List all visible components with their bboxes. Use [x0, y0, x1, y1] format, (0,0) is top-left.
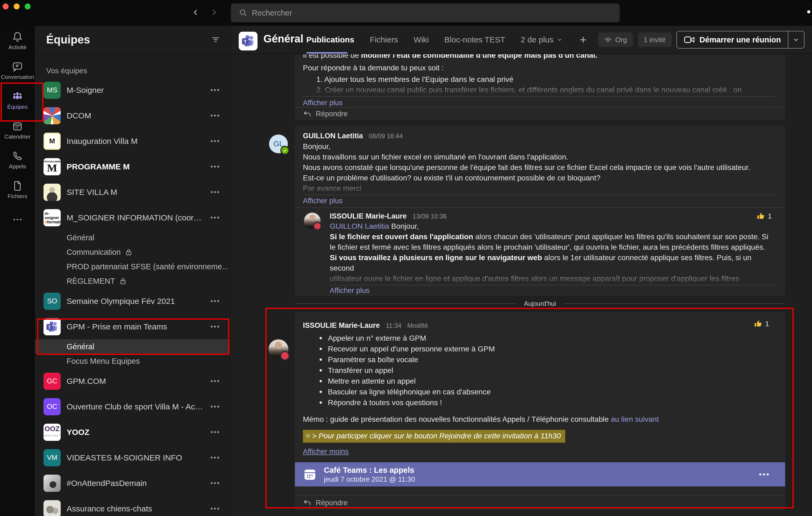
org-visibility-badge[interactable]: Org [598, 32, 633, 47]
team-more-icon[interactable]: ••• [210, 454, 220, 462]
start-meeting-button[interactable]: Démarrer une réunion [676, 31, 805, 49]
rail-item-conversation[interactable]: Conversation [0, 56, 35, 85]
team-more-icon[interactable]: ••• [210, 297, 220, 305]
sidebar-channel-r-glement[interactable]: RÈGLEMENT [35, 274, 230, 288]
tab-more[interactable]: 2 de plus [521, 35, 562, 44]
sidebar-channel-communication[interactable]: Communication [35, 245, 230, 259]
guest-count-badge[interactable]: 1 invité [638, 32, 672, 47]
thumbs-up-reaction[interactable]: 1 [756, 211, 772, 221]
status-busy-icon [313, 222, 322, 230]
edited-label: Modifié [407, 322, 428, 329]
rail-item-fichiers[interactable]: Fichiers [0, 175, 35, 205]
message-author[interactable]: ISSOULIE Marie-Laure [303, 321, 380, 330]
meeting-options-chevron[interactable] [788, 36, 804, 43]
show-more-link[interactable]: Afficher plus [303, 99, 775, 107]
message-text: Est-ce un problème d'utilisation? ou exi… [303, 173, 775, 183]
rail-item-more[interactable] [0, 205, 35, 234]
mention-link[interactable]: GUILLON Laetitia [330, 222, 389, 230]
back-icon[interactable] [191, 7, 201, 18]
sidebar-channel-g-n-ral[interactable]: Général [35, 230, 230, 245]
status-available-icon [280, 146, 289, 155]
message-author[interactable]: GUILLON Laetitia [303, 132, 363, 140]
sidebar-team-videastes-m-soigner-info[interactable]: VMVIDEASTES M-SOIGNER INFO••• [35, 445, 230, 470]
reply-button[interactable]: Répondre [295, 107, 785, 120]
team-more-icon[interactable]: ••• [210, 428, 220, 436]
team-more-icon[interactable]: ••• [210, 479, 220, 487]
team-more-icon[interactable]: ••• [210, 505, 220, 513]
teams-people-icon [12, 91, 23, 102]
rail-item--quipes[interactable]: Équipes [0, 85, 35, 115]
tab-fichiers[interactable]: Fichiers [370, 35, 398, 44]
macos-traffic-lights[interactable] [3, 3, 31, 9]
avatar[interactable] [304, 212, 321, 229]
team-avatar: GC [44, 373, 61, 390]
search-placeholder: Rechercher [252, 8, 292, 18]
avatar[interactable]: GL [269, 135, 288, 153]
memo-link[interactable]: au lien suivant [611, 415, 659, 423]
sidebar-team-inauguration-villa-m[interactable]: MInauguration Villa M••• [35, 128, 230, 154]
sidebar-team-gpm-com[interactable]: GCGPM.COM••• [35, 368, 230, 394]
sidebar-team-onattendpasdemain[interactable]: #OnAttendPasDemain••• [35, 470, 230, 496]
team-more-icon[interactable]: ••• [210, 213, 220, 222]
sidebar-team-ouverture-club-de-sport-villa-m-acti[interactable]: OCOuverture Club de sport Villa M - Acti… [35, 394, 230, 419]
bullet-item: Répondre à toutes vos questions ! [303, 397, 775, 408]
sidebar-team-site-villa-m[interactable]: SITE VILLA M••• [35, 179, 230, 205]
search-input[interactable]: Rechercher [231, 3, 620, 22]
thumbs-up-reaction[interactable]: 1 [753, 319, 769, 328]
app-rail: ActivitéConversationÉquipesCalendrierApp… [0, 26, 35, 516]
tab-wiki[interactable]: Wiki [413, 35, 429, 44]
reply-button[interactable]: Répondre [295, 295, 785, 295]
team-more-icon[interactable]: ••• [210, 377, 220, 385]
event-more-icon[interactable]: ••• [759, 470, 770, 479]
rail-item-activit-[interactable]: Activité [0, 26, 35, 56]
svg-text:T: T [48, 325, 51, 330]
rail-item-appels[interactable]: Appels [0, 145, 35, 175]
team-avatar: M [44, 133, 61, 150]
sidebar-team-programme-m[interactable]: PROGRAMMEMPROGRAMME M••• [35, 154, 230, 179]
meeting-invite-card[interactable]: Café Teams : Les appels jeudi 7 octobre … [295, 462, 785, 486]
date-divider: Aujourd'hui [295, 298, 785, 310]
show-more-link[interactable]: Afficher plus [330, 286, 775, 295]
clipped-line: Par avance merci [303, 183, 775, 195]
team-avatar [44, 475, 61, 492]
forward-icon[interactable] [209, 7, 219, 18]
sidebar-team-m-soigner-information-coord[interactable]: m-soignernformationM_SOIGNER INFORMATION… [35, 205, 230, 230]
camera-icon [684, 36, 695, 44]
message-author[interactable]: ISSOULIE Marie-Laure [330, 212, 407, 221]
team-more-icon[interactable]: ••• [210, 137, 220, 145]
reply-arrow-icon [303, 499, 312, 507]
sidebar-channel-prod-partenariat-sfse-sant-environneme[interactable]: PROD partenariat SFSE (santé environneme… [35, 259, 230, 274]
channel-header: T Général PublicationsFichiersWikiBloc-n… [230, 26, 812, 54]
tab-publications[interactable]: Publications [307, 35, 354, 44]
sidebar-channel-g-n-ral[interactable]: Général [35, 339, 230, 354]
sidebar-team-semaine-olympique-f-v-2021[interactable]: SOSemaine Olympique Fév 2021••• [35, 288, 230, 314]
show-more-link[interactable]: Afficher plus [303, 197, 775, 205]
add-tab-button[interactable]: + [580, 33, 587, 47]
team-more-icon[interactable]: ••• [210, 163, 220, 171]
sidebar-channel-focus-menu-equipes[interactable]: Focus Menu Equipes [35, 354, 230, 368]
message-timestamp: 13/09 10:36 [413, 212, 447, 220]
show-less-link[interactable]: Afficher moins [303, 448, 775, 456]
team-avatar: m-soignernformation [44, 209, 61, 226]
sidebar-team-yooz[interactable]: OOZtomation. Easy. PYOOZ••• [35, 419, 230, 445]
avatar[interactable] [268, 339, 288, 359]
rail-item-calendrier[interactable]: Calendrier [0, 115, 35, 145]
team-more-icon[interactable]: ••• [210, 188, 220, 196]
filter-icon[interactable] [211, 36, 220, 44]
message-timestamp: 11:34 [386, 322, 401, 329]
team-avatar [44, 183, 61, 201]
reply-button[interactable]: Répondre [295, 495, 785, 510]
sidebar-team-assurance-chiens-chats[interactable]: Assurance chiens-chats••• [35, 496, 230, 516]
team-avatar-teams-logo: T [44, 318, 61, 335]
tab-bloc-notes-test[interactable]: Bloc-notes TEST [444, 35, 505, 44]
clipped-line: 2. Créer un nouveau canal public puis tr… [303, 85, 775, 97]
team-more-icon[interactable]: ••• [210, 111, 220, 120]
message-text: Bonjour, [303, 141, 775, 152]
sidebar-team-dcom[interactable]: DCOM••• [35, 103, 230, 128]
team-more-icon[interactable]: ••• [210, 402, 220, 411]
team-more-icon[interactable]: ••• [210, 86, 220, 94]
sidebar-team-gpm-prise-en-main-teams[interactable]: TGPM - Prise en main Teams••• [35, 314, 230, 339]
sidebar-team-m-soigner[interactable]: MSM-Soigner••• [35, 77, 230, 103]
bullet-item: Mettre en attente un appel [303, 376, 775, 386]
team-more-icon[interactable]: ••• [210, 322, 220, 331]
